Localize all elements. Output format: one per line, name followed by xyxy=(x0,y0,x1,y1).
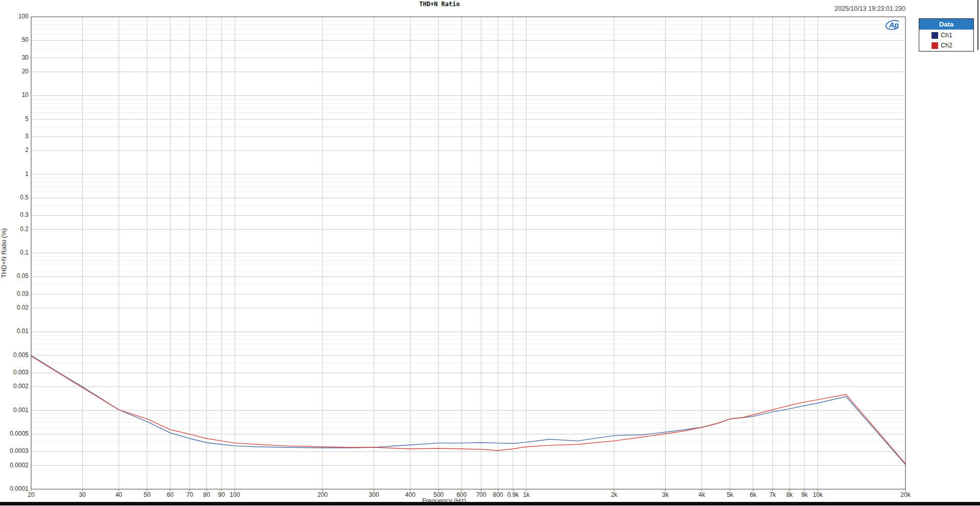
x-tick-label: 3k xyxy=(662,491,669,498)
x-tick-label: 60 xyxy=(167,491,174,498)
x-tick-label: 4k xyxy=(699,491,705,498)
x-tick-label: 70 xyxy=(186,491,193,498)
y-tick-label: 2 xyxy=(2,146,29,154)
y-tick-label: 0.0005 xyxy=(2,430,29,437)
y-tick-label: 0.0002 xyxy=(2,462,29,469)
y-tick-label: 0.03 xyxy=(2,290,29,297)
y-tick-label: 0.0001 xyxy=(2,485,29,492)
window-bottom-edge xyxy=(0,502,980,505)
x-tick-label: 1k xyxy=(523,491,530,498)
y-tick-label: 0.02 xyxy=(2,304,29,311)
legend-panel: Data Ch1 Ch2 xyxy=(919,18,974,52)
ch2-color-swatch xyxy=(932,42,938,49)
legend-row-ch1[interactable]: Ch1 xyxy=(919,31,973,40)
y-tick-label: 0.002 xyxy=(2,383,29,390)
x-tick-label: 200 xyxy=(317,491,328,498)
y-tick-label: 5 xyxy=(2,115,29,122)
y-tick-label: 50 xyxy=(2,36,29,43)
x-tick-label: 0.9k xyxy=(507,491,519,498)
y-tick-label: 20 xyxy=(2,68,29,75)
x-tick-label: 20k xyxy=(900,491,910,498)
x-tick-label: 40 xyxy=(115,491,122,498)
ap-logo-icon: Ap xyxy=(885,19,902,31)
x-tick-label: 30 xyxy=(79,491,86,498)
y-tick-label: 3 xyxy=(2,133,29,140)
y-tick-label: 100 xyxy=(2,13,29,20)
x-tick-label: 8k xyxy=(786,491,793,498)
x-tick-label: 20 xyxy=(28,491,34,498)
panel-right-border xyxy=(977,0,978,50)
x-tick-label: 9k xyxy=(801,491,808,498)
series-ch2-line xyxy=(31,356,905,464)
x-tick-label: 90 xyxy=(218,491,225,498)
y-tick-label: 30 xyxy=(2,54,29,61)
ch1-color-swatch xyxy=(932,32,938,39)
legend-header: Data xyxy=(919,19,973,30)
series-ch1-line xyxy=(31,356,905,465)
x-tick-label: 300 xyxy=(369,491,379,498)
x-tick-label: 100 xyxy=(230,491,240,498)
y-tick-label: 1 xyxy=(2,170,29,178)
x-gridlines xyxy=(31,17,905,491)
x-tick-label: 6k xyxy=(750,491,756,498)
x-tick-label: 80 xyxy=(203,491,210,498)
y-tick-label: 0.001 xyxy=(2,407,29,414)
y-tick-label: 0.005 xyxy=(2,351,29,359)
ap-measurement-screen: THD+N Ratio 2025/10/13 19:23:01.230 1005… xyxy=(0,0,980,506)
svg-text:Ap: Ap xyxy=(889,21,899,29)
x-tick-label: 7k xyxy=(769,491,776,498)
y-tick-label: 0.5 xyxy=(2,194,29,201)
y-tick-label: 10 xyxy=(2,91,29,98)
ch2-label: Ch2 xyxy=(941,42,952,49)
y-tick-label: 0.003 xyxy=(2,369,29,376)
y-tick-label: 0.01 xyxy=(2,327,29,335)
ch1-label: Ch1 xyxy=(941,32,952,39)
plot-area[interactable] xyxy=(0,0,980,506)
x-tick-label: 5k xyxy=(727,491,733,498)
x-tick-label: 50 xyxy=(144,491,151,498)
y-minor-gridlines xyxy=(31,20,905,442)
x-tick-label: 2k xyxy=(611,491,618,498)
legend-row-ch2[interactable]: Ch2 xyxy=(919,41,973,50)
y-axis-title: THD+N Ratio (%) xyxy=(1,217,8,289)
x-tick-label: 10k xyxy=(813,491,822,498)
x-tick-label: 800 xyxy=(493,491,503,498)
y-tick-label: 0.0003 xyxy=(2,447,29,454)
